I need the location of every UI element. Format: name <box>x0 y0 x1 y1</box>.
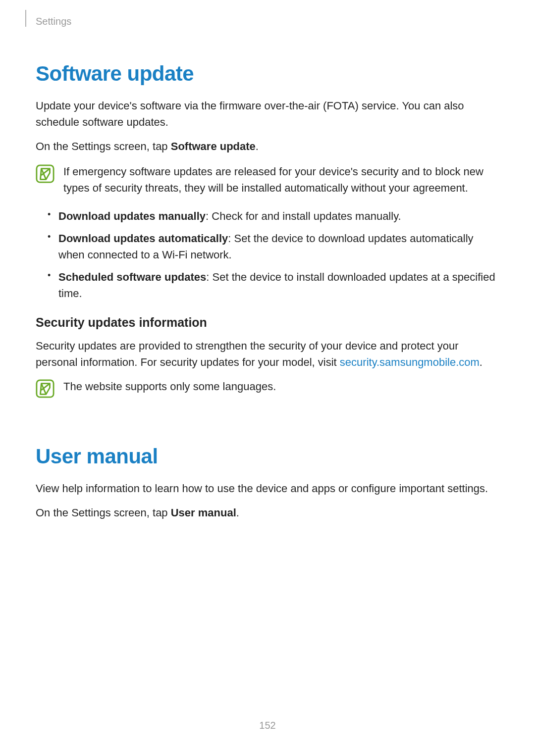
tap-suffix: . <box>256 140 259 152</box>
security-body-suffix: . <box>480 356 482 368</box>
breadcrumb: Settings <box>36 16 499 27</box>
bullet-bold: Scheduled software updates <box>58 271 206 283</box>
note-text-2: The website supports only some languages… <box>63 378 276 395</box>
user-manual-intro: View help information to learn how to us… <box>36 480 499 497</box>
page-content: Settings Software update Update your dev… <box>0 0 535 756</box>
tap-prefix: On the Settings screen, tap <box>36 140 171 152</box>
page-number: 152 <box>0 720 535 731</box>
bullet-bold: Download updates automatically <box>58 232 228 245</box>
user-manual-heading: User manual <box>36 445 499 468</box>
bullet-item: Download updates automatically: Set the … <box>48 230 499 263</box>
security-updates-subheading: Security updates information <box>36 315 499 330</box>
bullet-bold: Download updates manually <box>58 210 206 222</box>
user-manual-tap-line: On the Settings screen, tap User manual. <box>36 504 499 521</box>
tap-suffix: . <box>236 506 239 519</box>
note-text-1: If emergency software updates are releas… <box>63 163 499 196</box>
software-update-tap-line: On the Settings screen, tap Software upd… <box>36 138 499 154</box>
note-icon <box>36 379 54 398</box>
bullet-rest: : Check for and install updates manually… <box>206 210 401 222</box>
tap-bold: User manual <box>171 506 236 519</box>
security-updates-body: Security updates are provided to strengt… <box>36 338 499 370</box>
software-update-intro: Update your device's software via the fi… <box>36 98 499 130</box>
bullet-item: Download updates manually: Check for and… <box>48 208 499 224</box>
security-link[interactable]: security.samsungmobile.com <box>340 356 480 368</box>
note-block-2: The website supports only some languages… <box>36 378 499 398</box>
note-block-1: If emergency software updates are releas… <box>36 163 499 196</box>
bullet-item: Scheduled software updates: Set the devi… <box>48 269 499 302</box>
bullet-list: Download updates manually: Check for and… <box>36 208 499 302</box>
note-icon <box>36 164 54 183</box>
software-update-heading: Software update <box>36 62 499 86</box>
tap-bold: Software update <box>171 140 256 152</box>
tap-prefix: On the Settings screen, tap <box>36 506 171 519</box>
